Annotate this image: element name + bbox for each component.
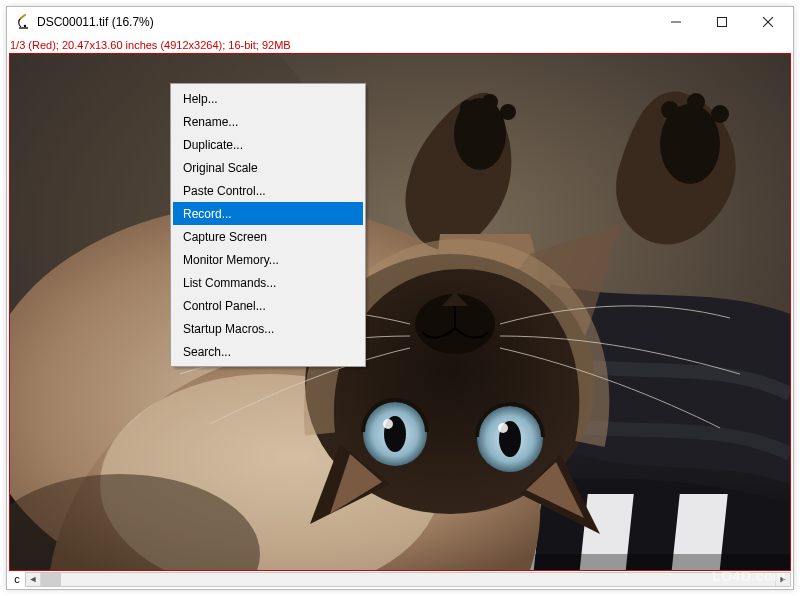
- menu-search[interactable]: Search...: [173, 340, 363, 363]
- minimize-button[interactable]: [653, 7, 699, 37]
- menu-record[interactable]: Record...: [173, 202, 363, 225]
- window-title: DSC00011.tif (16.7%): [37, 15, 154, 29]
- image-content: [9, 53, 791, 571]
- channel-slider[interactable]: ◄ ►: [25, 572, 791, 587]
- watermark-text: LO4D.com: [712, 568, 786, 584]
- menu-capture-screen[interactable]: Capture Screen: [173, 225, 363, 248]
- maximize-button[interactable]: [699, 7, 745, 37]
- menu-startup-macros[interactable]: Startup Macros...: [173, 317, 363, 340]
- context-menu: Help... Rename... Duplicate... Original …: [170, 83, 366, 367]
- svg-point-22: [661, 101, 679, 119]
- svg-point-20: [500, 104, 516, 120]
- image-canvas[interactable]: [7, 53, 793, 571]
- titlebar[interactable]: DSC00011.tif (16.7%): [7, 7, 793, 37]
- scroll-thumb[interactable]: [41, 573, 61, 586]
- menu-duplicate[interactable]: Duplicate...: [173, 133, 363, 156]
- svg-point-28: [383, 419, 393, 429]
- menu-list-commands[interactable]: List Commands...: [173, 271, 363, 294]
- channel-indicator: c: [11, 573, 23, 585]
- svg-rect-4: [718, 18, 727, 27]
- image-info-text: 1/3 (Red); 20.47x13.60 inches (4912x3264…: [7, 37, 793, 53]
- menu-control-panel[interactable]: Control Panel...: [173, 294, 363, 317]
- svg-point-31: [498, 423, 508, 433]
- scroll-left-icon[interactable]: ◄: [26, 573, 41, 586]
- svg-point-23: [687, 93, 705, 111]
- svg-point-19: [482, 94, 498, 110]
- image-window: DSC00011.tif (16.7%) 1/3 (Red); 20.47x13…: [6, 6, 794, 590]
- channel-scrollbar: c ◄ ►: [7, 571, 793, 589]
- microscope-icon: [15, 14, 31, 30]
- svg-point-18: [460, 100, 476, 116]
- menu-help[interactable]: Help...: [173, 87, 363, 110]
- menu-paste-control[interactable]: Paste Control...: [173, 179, 363, 202]
- close-button[interactable]: [745, 7, 791, 37]
- svg-point-2: [24, 25, 26, 27]
- menu-original-scale[interactable]: Original Scale: [173, 156, 363, 179]
- menu-rename[interactable]: Rename...: [173, 110, 363, 133]
- svg-point-24: [711, 105, 729, 123]
- svg-line-1: [21, 15, 25, 18]
- menu-monitor-memory[interactable]: Monitor Memory...: [173, 248, 363, 271]
